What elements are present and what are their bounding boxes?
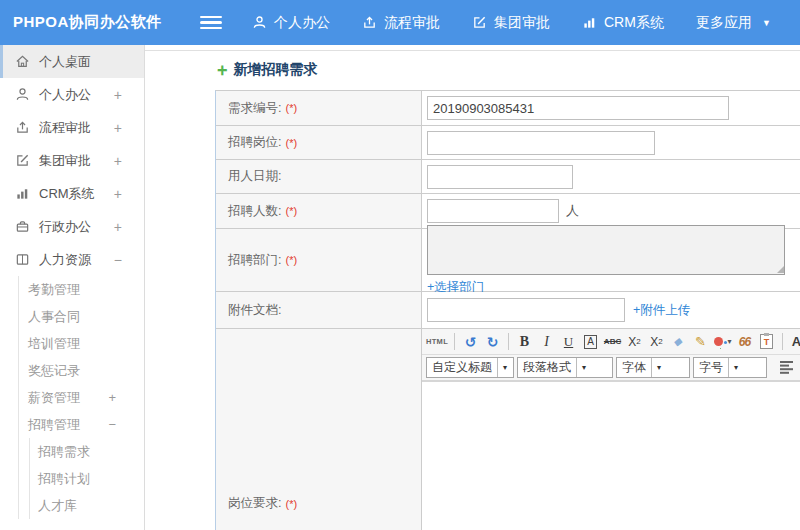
paste-button[interactable]: T — [757, 331, 776, 352]
unit-suffix: 人 — [566, 202, 579, 220]
select-value: 字体 — [617, 359, 651, 376]
form-row-hire-date: 用人日期: — [216, 159, 800, 193]
sidebar-subitem-talent-pool[interactable]: 人才库 — [30, 492, 144, 519]
align-left-icon[interactable] — [779, 360, 795, 376]
custom-heading-select[interactable]: 自定义标题 ▾ — [426, 357, 514, 378]
strikethrough-button[interactable]: ABC — [603, 331, 622, 352]
required-mark: (*) — [285, 498, 297, 510]
topnav-label: 个人办公 — [274, 14, 330, 32]
home-icon — [14, 54, 30, 70]
sidebar-item-human-resources[interactable]: 人力资源 − — [0, 243, 144, 276]
page-title-text: 新增招聘需求 — [234, 61, 318, 79]
upload-attachment-link[interactable]: +附件上传 — [633, 302, 690, 319]
field-label: 需求编号: (*) — [216, 91, 422, 125]
sidebar-item-personal-office[interactable]: 个人办公 + — [0, 78, 144, 111]
topnav-crm-system[interactable]: CRM系统 — [582, 14, 664, 32]
sidebar-subitem-recruit-demand[interactable]: 招聘需求 — [30, 438, 144, 465]
sidebar-subitem-recruitment[interactable]: 招聘管理 − — [19, 411, 144, 438]
required-mark: (*) — [285, 205, 297, 217]
toolbar-separator — [454, 333, 455, 350]
label-text: 招聘人数: — [228, 203, 281, 220]
topnav-workflow-approval[interactable]: 流程审批 — [362, 14, 440, 32]
attachment-input[interactable] — [427, 298, 625, 322]
main-content: + 新增招聘需求 需求编号: (*) 招聘岗位: (*) — [145, 45, 800, 530]
html-source-button[interactable]: HTML — [426, 331, 448, 352]
demand-number-input[interactable] — [427, 96, 729, 120]
select-value: 字号 — [694, 359, 728, 376]
collapse-minus-icon[interactable]: − — [108, 417, 116, 432]
hire-date-input[interactable] — [427, 165, 573, 189]
sidebar-subitem-salary[interactable]: 薪资管理 + — [19, 384, 144, 411]
sidebar-item-label: 集团审批 — [39, 152, 91, 170]
collapse-minus-icon[interactable]: − — [114, 252, 122, 268]
subitem-label: 考勤管理 — [28, 281, 80, 299]
form-row-requirements: 岗位要求: (*) HTML ↺ ↻ B I — [216, 328, 800, 530]
editor-toolbar-row-2: 自定义标题 ▾ 段落格式 ▾ 字体 ▾ — [422, 355, 800, 381]
sidebar-item-admin-office[interactable]: 行政办公 + — [0, 210, 144, 243]
sidebar-item-personal-desktop[interactable]: 个人桌面 — [0, 45, 144, 78]
subitem-label: 薪资管理 — [28, 389, 80, 407]
font-style-button[interactable]: A — [581, 331, 600, 352]
topnav-personal-office[interactable]: 个人办公 — [252, 14, 330, 32]
expand-plus-icon[interactable]: + — [114, 153, 122, 169]
sidebar-subitem-attendance[interactable]: 考勤管理 — [19, 276, 144, 303]
editor-content-area[interactable] — [422, 382, 800, 530]
sidebar-subitem-training[interactable]: 培训管理 — [19, 330, 144, 357]
editor-toolbar-row-1: HTML ↺ ↻ B I U A ABC X2 — [422, 329, 800, 355]
sidebar-item-crm-system[interactable]: CRM系统 + — [0, 177, 144, 210]
redo-button[interactable]: ↻ — [483, 331, 502, 352]
expand-plus-icon[interactable]: + — [114, 87, 122, 103]
recruit-demand-form: 需求编号: (*) 招聘岗位: (*) — [215, 90, 800, 530]
eraser-icon[interactable]: ◆ — [667, 331, 690, 352]
form-row-demand-number: 需求编号: (*) — [216, 91, 800, 125]
superscript-button[interactable]: X2 — [625, 331, 644, 352]
font-color-button[interactable]: A▾ — [789, 331, 800, 352]
caret-down-icon[interactable]: ▼ — [762, 18, 771, 28]
sidebar-subitem-hr-contract[interactable]: 人事合同 — [19, 303, 144, 330]
sidebar-item-group-approval[interactable]: 集团审批 + — [0, 144, 144, 177]
color-palette-icon — [714, 337, 723, 346]
form-row-position: 招聘岗位: (*) — [216, 125, 800, 159]
position-input[interactable] — [427, 131, 655, 155]
expand-plus-icon[interactable]: + — [108, 390, 116, 405]
sidebar-subitem-rewards[interactable]: 奖惩记录 — [19, 357, 144, 384]
label-text: 附件文档: — [228, 302, 281, 319]
caret-down-icon: ▾ — [576, 358, 591, 377]
color-palette-button[interactable]: ▾ — [713, 331, 732, 352]
italic-button[interactable]: I — [537, 331, 556, 352]
topnav-group-approval[interactable]: 集团审批 — [472, 14, 550, 32]
undo-button[interactable]: ↺ — [461, 331, 480, 352]
required-mark: (*) — [285, 254, 297, 266]
person-icon — [14, 87, 30, 103]
paragraph-format-select[interactable]: 段落格式 ▾ — [517, 357, 613, 378]
sidebar-item-label: 行政办公 — [39, 218, 91, 236]
format-brush-icon[interactable]: ✎ — [691, 331, 710, 352]
hamburger-menu-icon[interactable] — [200, 13, 222, 33]
font-size-select[interactable]: 字号 ▾ — [693, 357, 767, 378]
edit-icon — [14, 153, 30, 169]
department-textarea[interactable] — [427, 225, 785, 275]
sidebar-item-workflow-approval[interactable]: 流程审批 + — [0, 111, 144, 144]
font-family-select[interactable]: 字体 ▾ — [616, 357, 690, 378]
top-bar: PHPOA协同办公软件 个人办公 流程审批 集团审批 — [0, 0, 800, 45]
expand-plus-icon[interactable]: + — [114, 219, 122, 235]
sidebar: 个人桌面 个人办公 + 流程审批 + 集团审批 — [0, 45, 145, 530]
subitem-label: 培训管理 — [28, 335, 80, 353]
expand-plus-icon[interactable]: + — [114, 120, 122, 136]
underline-button[interactable]: U — [559, 331, 578, 352]
headcount-input[interactable] — [427, 199, 559, 223]
briefcase-icon — [14, 219, 30, 235]
blockquote-button[interactable]: 66 — [735, 331, 754, 352]
sidebar-item-label: CRM系统 — [39, 185, 95, 203]
caret-down-icon: ▾ — [728, 358, 743, 377]
caret-down-icon: ▾ — [497, 358, 512, 377]
expand-plus-icon[interactable]: + — [114, 186, 122, 202]
caret-down-icon: ▾ — [728, 337, 732, 346]
bold-button[interactable]: B — [515, 331, 534, 352]
sidebar-subitem-recruit-plan[interactable]: 招聘计划 — [30, 465, 144, 492]
subitem-label: 人才库 — [38, 497, 77, 515]
resize-handle[interactable] — [777, 266, 784, 273]
form-row-attachment: 附件文档: +附件上传 — [216, 291, 800, 328]
subscript-button[interactable]: X2 — [647, 331, 666, 352]
topnav-more-apps[interactable]: 更多应用 — [696, 14, 752, 32]
